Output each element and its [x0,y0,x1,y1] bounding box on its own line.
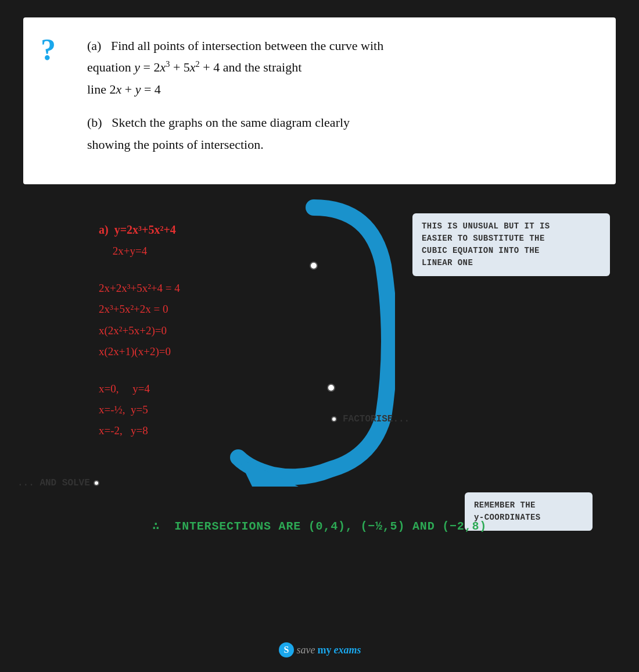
footer-exams: exams [333,644,361,656]
question-part-a-text: (a) Find all points of intersection betw… [87,35,593,100]
question-icon: ? [41,35,56,65]
question-part-b: (b) Sketch the graphs on the same diagra… [87,112,593,155]
logo-icon: S [278,642,295,658]
step-2: 2x³+5x²+2x = 0 [99,299,180,319]
svg-point-3 [328,384,335,391]
footer-my: my [317,644,331,656]
svg-point-2 [310,262,317,269]
step-1: 2x+2x³+5x²+4 = 4 [99,278,180,298]
step-3: x(2x²+5x+2)=0 [99,321,180,341]
footer-save: save [297,644,315,656]
part-a-label: (a) [87,38,107,53]
part-b-label: (b) [87,115,109,130]
dot-factorise [331,416,337,422]
tooltip-unusual: THIS IS UNUSUAL BUT IT IS EASIER TO SUBS… [412,213,610,276]
part-label: a) y=2x³+5x²+4 [99,219,180,240]
and-solve-text: ... AND SOLVE [17,478,90,488]
step-4: x(2x+1)(x+2)=0 [99,342,180,362]
tooltip-unusual-text: THIS IS UNUSUAL BUT IT IS EASIER TO SUBS… [422,221,550,267]
svg-text:S: S [283,645,289,655]
final-answer: ∴ INTERSECTIONS ARE (0,4), (−½,5) AND (−… [0,519,639,533]
dot-solve [94,480,99,486]
initial-equations: a) y=2x³+5x²+4 2x+y=4 [99,219,180,261]
question-content: (a) Find all points of intersection betw… [87,35,593,155]
final-answer-text: ∴ INTERSECTIONS ARE (0,4), (−½,5) AND (−… [152,520,487,533]
solution-area: a) y=2x³+5x²+4 2x+y=4 2x+2x³+5x²+4 = 4 2… [0,184,639,591]
result-2: x=-½, y=5 [99,400,180,420]
steps-container: a) y=2x³+5x²+4 2x+y=4 2x+2x³+5x²+4 = 4 2… [99,219,180,452]
solve-results: x=0, y=4 x=-½, y=5 x=-2, y=8 [99,379,180,441]
result-3: x=-2, y=8 [99,421,180,441]
question-box: ? (a) Find all points of intersection be… [23,17,616,184]
footer-logo: S save my exams [278,642,361,658]
question-part-b-text: (b) Sketch the graphs on the same diagra… [87,112,593,155]
result-1: x=0, y=4 [99,379,180,399]
factorise-label: FACTORISE... [331,414,410,424]
substitution-steps: 2x+2x³+5x²+4 = 4 2x³+5x²+2x = 0 x(2x²+5x… [99,278,180,362]
and-solve-label: ... AND SOLVE [17,478,102,488]
footer: S save my exams [0,642,639,660]
equation-2-step: 2x+y=4 [99,241,180,261]
equation-1: y [134,60,140,74]
question-part-a: (a) Find all points of intersection betw… [87,35,593,100]
factorise-text: FACTORISE... [343,414,410,424]
